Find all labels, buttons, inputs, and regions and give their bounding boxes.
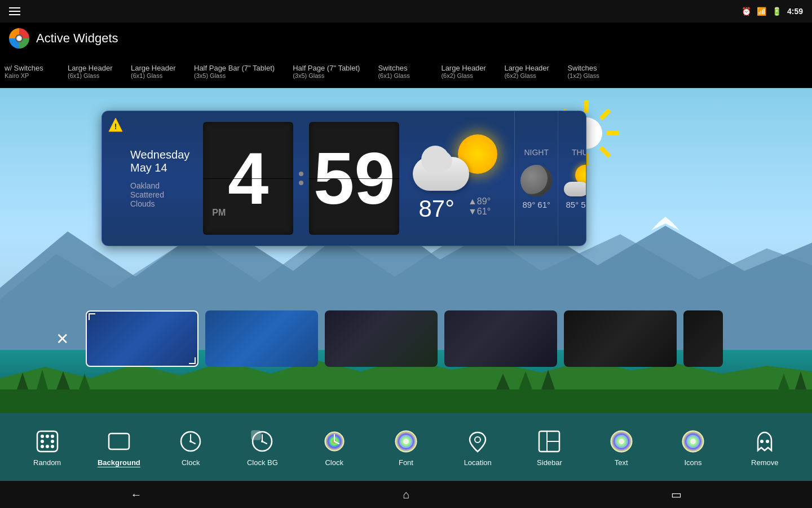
clock-divider: [295, 122, 307, 235]
bottom-toolbar: Random Background Clock: [0, 413, 812, 481]
forecast-thu-label: THU: [572, 148, 586, 157]
svg-point-30: [46, 435, 49, 438]
svg-point-35: [46, 445, 49, 448]
text-icon: [608, 428, 635, 455]
svg-rect-1: [599, 108, 611, 120]
system-nav-bar: ← ⌂ ▭: [0, 481, 812, 508]
svg-rect-2: [607, 131, 619, 135]
font-icon: [392, 428, 420, 455]
tool-remove-label: Remove: [751, 458, 778, 467]
svg-point-54: [403, 439, 409, 444]
svg-rect-28: [37, 431, 58, 452]
status-bar: ⏰ 📶 🔋 4:59: [0, 0, 812, 23]
svg-point-29: [41, 435, 44, 438]
theme-card-2[interactable]: [325, 310, 438, 367]
clock-minute: 59: [309, 122, 399, 235]
sidebar-icon: [536, 428, 563, 455]
nav-home-button[interactable]: ⌂: [391, 484, 421, 506]
clock2-icon: [321, 428, 348, 455]
icons-icon: [679, 428, 707, 455]
svg-rect-3: [599, 146, 611, 158]
battery-icon: 🔋: [772, 7, 782, 16]
tool-remove[interactable]: Remove: [742, 428, 787, 467]
theme-close-button[interactable]: ✕: [45, 322, 79, 356]
svg-rect-46: [251, 431, 261, 440]
weather-condition-icon: [413, 134, 503, 191]
widget-item-3[interactable]: Half Page Bar (7" Tablet) (3x5) Glass: [194, 64, 275, 79]
svg-point-41: [189, 440, 192, 443]
forecast-night-label: NIGHT: [524, 148, 549, 157]
svg-rect-0: [584, 100, 589, 113]
weather-temp-area: 87° ▲89° ▼61°: [401, 111, 514, 246]
svg-point-31: [51, 435, 54, 438]
weather-low: ▼61°: [468, 207, 491, 217]
widget-item-0[interactable]: w/ Switches Kairo XP: [5, 64, 50, 79]
widget-item-4[interactable]: Half Page (7" Tablet) (3x5) Glass: [293, 64, 360, 79]
app-title: Active Widgets: [36, 31, 118, 46]
weather-temperature: 87°: [418, 195, 454, 222]
svg-point-67: [760, 440, 764, 443]
forecast-thu-icon: [564, 165, 586, 196]
theme-card-1[interactable]: [205, 310, 318, 367]
widget-item-8[interactable]: Switches (1x2) Glass: [567, 64, 612, 79]
weather-day: Wednesday: [130, 148, 189, 161]
svg-rect-37: [109, 433, 129, 449]
svg-point-36: [51, 445, 54, 448]
svg-point-68: [766, 440, 769, 443]
svg-point-34: [41, 445, 44, 448]
weather-forecast: NIGHT 89° 61° THU 85° 55°: [514, 111, 586, 246]
tool-background[interactable]: Background: [96, 428, 142, 467]
theme-card-0[interactable]: [86, 310, 198, 367]
tool-random[interactable]: Random: [25, 428, 70, 467]
status-left: [9, 7, 20, 15]
forecast-thu: THU 85° 55°: [558, 111, 586, 246]
tool-font[interactable]: Font: [383, 428, 429, 467]
widget-strip[interactable]: w/ Switches Kairo XP Large Header (6x1) …: [0, 54, 812, 88]
alarm-icon: ⏰: [742, 7, 751, 16]
weather-condition: Scattered Clouds: [130, 190, 189, 208]
forecast-night-temps: 89° 61°: [522, 200, 550, 209]
theme-card-partial[interactable]: [683, 310, 723, 367]
theme-card-3[interactable]: [444, 310, 557, 367]
tool-icons[interactable]: Icons: [670, 428, 716, 467]
tool-location[interactable]: Location: [455, 428, 500, 467]
widget-item-2[interactable]: Large Header (6x1) Glass: [131, 64, 176, 79]
widget-item-5[interactable]: Switches (6x1) Glass: [378, 64, 423, 79]
tool-text[interactable]: Text: [599, 428, 644, 467]
widget-item-7[interactable]: Large Header (6x2) Glass: [504, 64, 549, 79]
tool-background-label: Background: [98, 458, 140, 467]
location-icon: [464, 428, 491, 455]
weather-clock: 4 PM 59: [201, 111, 401, 246]
tool-clock-bg[interactable]: Clock BG: [240, 428, 285, 467]
wifi-icon: 📶: [757, 7, 766, 16]
tool-random-label: Random: [33, 458, 61, 467]
hamburger-icon[interactable]: [9, 7, 20, 15]
theme-strip: ✕: [0, 305, 812, 373]
tool-clock[interactable]: Clock: [168, 428, 213, 467]
weather-high: ▲89°: [468, 196, 491, 207]
clock-icon: [177, 428, 204, 455]
tool-text-label: Text: [615, 458, 628, 467]
widget-item-1[interactable]: Large Header (6x1) Glass: [68, 64, 113, 79]
svg-text:!: !: [114, 122, 117, 131]
status-time: 4:59: [787, 7, 803, 16]
svg-point-66: [690, 439, 696, 444]
widget-item-6[interactable]: Large Header (6x2) Glass: [441, 64, 486, 79]
forecast-thu-temps: 85° 55°: [566, 200, 586, 209]
forecast-night: NIGHT 89° 61°: [515, 111, 558, 246]
weather-date: May 14: [130, 161, 189, 174]
tool-sidebar[interactable]: Sidebar: [527, 428, 572, 467]
weather-cloud-icon: [413, 157, 469, 191]
clock-hour: 4 PM: [203, 122, 293, 235]
nav-back-button[interactable]: ←: [119, 484, 153, 506]
tool-clock2[interactable]: Clock: [312, 428, 357, 467]
svg-point-62: [619, 439, 624, 444]
forecast-night-icon: [520, 165, 552, 196]
theme-card-4[interactable]: [564, 310, 677, 367]
status-right: ⏰ 📶 🔋 4:59: [742, 7, 803, 16]
svg-point-45: [261, 440, 263, 443]
weather-city: Oakland: [130, 181, 189, 190]
tool-icons-label: Icons: [684, 458, 701, 467]
nav-recents-button[interactable]: ▭: [660, 483, 693, 506]
svg-point-32: [41, 440, 44, 443]
